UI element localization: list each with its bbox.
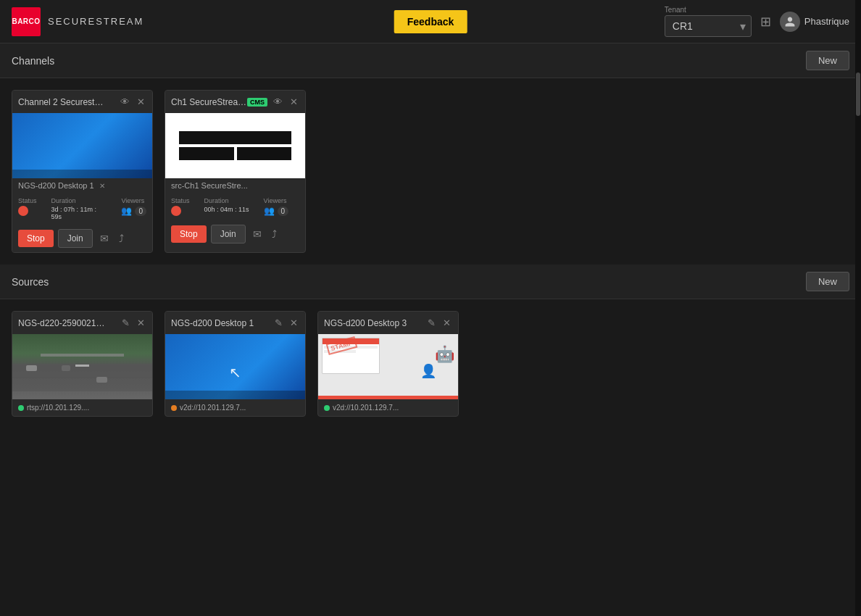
source-card-1-url: rtsp://10.201.129.... (12, 399, 152, 416)
url-status-dot-1 (18, 405, 24, 411)
channel-card-1-title: Channel 2 Securestre... (18, 97, 105, 107)
grid-icon[interactable]: ⊞ (760, 14, 771, 30)
source-card-3-close-icon[interactable]: ✕ (441, 317, 452, 328)
source-card-2: NGS-d200 Desktop 1 ✎ ✕ ↖ v2d://10.201.12… (165, 311, 306, 417)
cms-bar-left (179, 147, 233, 160)
cms-bar-top (179, 131, 291, 144)
feedback-button[interactable]: Feedback (394, 10, 467, 33)
channel-2-email-icon[interactable]: ✉ (250, 225, 265, 243)
channel-card-2-eye-icon[interactable]: 👁 (272, 96, 284, 107)
channel-card-1-source: NGS-d200 Desktop 1 ✕ (12, 178, 152, 193)
channel-card-1: Channel 2 Securestre... 👁 ✕ NGS-d200 Des… (12, 90, 153, 253)
header-right: Tenant CR1 ⊞ Phastrique (665, 6, 849, 37)
channels-cards-area: Channel 2 Securestre... 👁 ✕ NGS-d200 Des… (0, 78, 861, 265)
channel-card-2: Ch1 SecureStream C... CMS 👁 ✕ src-Ch1 Se… (165, 90, 306, 253)
source-remove-icon[interactable]: ✕ (99, 182, 105, 190)
channel-1-join-button[interactable]: Join (58, 229, 93, 248)
channel-card-1-stats: Status Duration 3d : 07h : 11m : 59s Vie… (12, 193, 152, 225)
user-name: Phastrique (804, 16, 849, 27)
desktop3-preview: 🤖 👤 STAMP (318, 334, 458, 399)
channel-2-preview-content (165, 113, 305, 178)
source-card-1-preview (12, 334, 152, 399)
channel-card-1-actions: Stop Join ✉ ⤴ (12, 225, 152, 252)
duration-stat: Duration 3d : 07h : 11m : 59s (51, 197, 107, 220)
channel-2-share-icon[interactable]: ⤴ (269, 225, 280, 243)
barco-logo: BARCO (12, 7, 41, 36)
source-card-2-edit-icon[interactable]: ✎ (273, 317, 284, 328)
channel-card-2-stats: Status Duration 00h : 04m : 11s Viewers … (165, 193, 305, 220)
sources-title: Sources (12, 276, 49, 288)
source-card-2-url: v2d://10.201.129.7... (165, 399, 305, 416)
source-card-3-icons: ✎ ✕ (426, 317, 452, 328)
user-menu[interactable]: Phastrique (780, 12, 849, 32)
cms-bar-row (179, 147, 291, 160)
channel-1-preview-content (12, 113, 152, 178)
source-card-1-title: NGS-d220-2590021685 (18, 318, 105, 328)
channels-section-header: Channels New (0, 43, 861, 78)
channel-card-2-title: Ch1 SecureStream C... (171, 97, 247, 107)
channel-1-email-icon[interactable]: ✉ (97, 230, 112, 247)
desktop2-preview: ↖ (165, 334, 305, 399)
viewers-stat: Viewers 👥 0 (121, 197, 146, 220)
channel-card-2-actions: Stop Join ✉ ⤴ (165, 220, 305, 248)
source-card-2-header: NGS-d200 Desktop 1 ✎ ✕ (165, 312, 305, 334)
source-card-1-icons: ✎ ✕ (120, 317, 146, 328)
source-card-3-preview: 🤖 👤 STAMP (318, 334, 458, 399)
traffic-preview (12, 334, 152, 399)
channel-card-2-preview (165, 113, 305, 178)
source-card-3: NGS-d200 Desktop 3 ✎ ✕ (317, 311, 459, 417)
channel-card-2-source: src-Ch1 SecureStre... (165, 178, 305, 193)
channel-2-stop-button[interactable]: Stop (171, 225, 207, 243)
channel-card-1-close-icon[interactable]: ✕ (136, 96, 146, 107)
scrollbar-thumb[interactable] (856, 72, 860, 116)
sources-cards-area: NGS-d220-2590021685 ✎ ✕ (0, 299, 861, 428)
channel-card-1-preview (12, 113, 152, 178)
channel-1-share-icon[interactable]: ⤴ (116, 230, 127, 247)
viewers-icon: 👥 (121, 206, 132, 216)
viewers-icon-2: 👥 (264, 206, 275, 216)
scrollbar[interactable] (855, 0, 861, 616)
channel-card-1-header: Channel 2 Securestre... 👁 ✕ (12, 91, 152, 113)
header: BARCO SECURESTREAM Feedback Tenant CR1 ⊞… (0, 0, 861, 43)
url-status-dot-3 (324, 405, 330, 411)
channel-1-stop-button[interactable]: Stop (18, 230, 54, 247)
windows-desktop-preview (12, 113, 152, 178)
source-card-2-preview: ↖ (165, 334, 305, 399)
cms-badge: CMS (247, 98, 267, 107)
sources-new-button[interactable]: New (806, 272, 849, 291)
tenant-selector: Tenant CR1 (665, 6, 752, 37)
user-avatar (780, 12, 800, 32)
desktop3-red-bar (318, 396, 458, 399)
status-stat-2: Status (171, 197, 190, 216)
source-card-1-header: NGS-d220-2590021685 ✎ ✕ (12, 312, 152, 334)
channel-card-2-close-icon[interactable]: ✕ (288, 96, 299, 107)
channel-card-1-icons: 👁 ✕ (119, 96, 146, 107)
sources-section-header: Sources New (0, 265, 861, 299)
win-taskbar (12, 170, 152, 178)
channels-new-button[interactable]: New (806, 51, 849, 70)
source-card-1-close-icon[interactable]: ✕ (136, 317, 146, 328)
url-status-dot-2 (171, 405, 177, 411)
source-card-3-edit-icon[interactable]: ✎ (426, 317, 437, 328)
viewers-stat-2: Viewers 👥 0 (264, 197, 289, 216)
sources-section: Sources New NGS-d220-2590021685 ✎ ✕ (0, 265, 861, 428)
source-card-3-url: v2d://10.201.129.7... (318, 399, 458, 416)
source-card-2-close-icon[interactable]: ✕ (288, 317, 299, 328)
brand-name: SECURESTREAM (48, 16, 144, 27)
tenant-label: Tenant (665, 6, 752, 14)
channels-title: Channels (12, 55, 54, 67)
tenant-dropdown[interactable]: CR1 (665, 15, 752, 37)
status-live-dot-2 (171, 206, 181, 216)
channel-2-join-button[interactable]: Join (211, 225, 246, 244)
cms-bar-right (237, 147, 291, 160)
source-card-2-icons: ✎ ✕ (273, 317, 299, 328)
status-stat: Status (18, 197, 37, 220)
source-card-3-header: NGS-d200 Desktop 3 ✎ ✕ (318, 312, 458, 334)
status-live-dot (18, 206, 28, 216)
source-card-1-edit-icon[interactable]: ✎ (120, 317, 131, 328)
source-card-1: NGS-d220-2590021685 ✎ ✕ (12, 311, 153, 417)
duration-stat-2: Duration 00h : 04m : 11s (204, 197, 249, 216)
channel-card-1-eye-icon[interactable]: 👁 (119, 96, 131, 107)
channel-card-2-header: Ch1 SecureStream C... CMS 👁 ✕ (165, 91, 305, 113)
source-card-3-title: NGS-d200 Desktop 3 (324, 318, 407, 328)
